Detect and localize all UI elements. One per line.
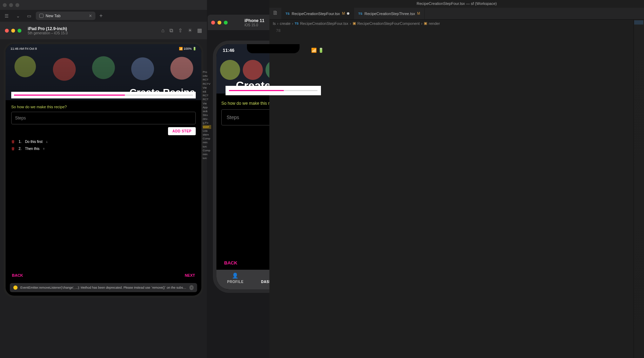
tab-profile[interactable]: 👤PROFILE	[216, 270, 254, 289]
new-tab-button[interactable]: +	[98, 13, 105, 19]
step-number: 1.	[19, 140, 21, 144]
arrow-up-icon[interactable]: ↑	[43, 147, 45, 151]
trash-icon[interactable]: 🗑	[11, 139, 15, 144]
method-icon: ▣	[424, 21, 427, 26]
ipad-status-bar: 11:46 AM Fri Oct 8 📶 100% 🔋	[6, 46, 201, 52]
share-icon[interactable]: ⇧	[178, 27, 183, 34]
line-gutter: 78	[269, 27, 283, 34]
status-time: 11:46 AM Fri Oct 8	[11, 47, 37, 50]
window-traffic-lights[interactable]	[3, 3, 19, 7]
editor[interactable]: 78	[269, 27, 644, 34]
traffic-lights[interactable]	[5, 29, 21, 33]
close-tab-icon[interactable]: ×	[89, 13, 92, 19]
warning-dot-icon	[13, 285, 18, 290]
safari-titlebar	[0, 0, 207, 10]
vscode-window: RecipeCreationStepFour.tsx — sf (Workspa…	[269, 0, 644, 358]
next-button[interactable]: NEXT	[185, 273, 195, 277]
dirty-dot-icon	[347, 12, 349, 15]
back-button[interactable]: BACK	[224, 260, 237, 266]
browser-tab[interactable]: New Tab ×	[36, 12, 95, 20]
ipad-simulator-frame: 11:46 AM Fri Oct 8 📶 100% 🔋 Create Recip…	[4, 42, 203, 298]
status-time: 11:46	[223, 48, 234, 53]
progress-fill	[229, 90, 284, 91]
home-icon[interactable]: ⌂	[161, 27, 165, 34]
device-sub: 5th generation – iOS 15.0	[28, 31, 161, 35]
screenshot-icon[interactable]: ⧉	[169, 27, 173, 34]
add-step-button[interactable]: ADD STEP	[168, 127, 196, 135]
ts-icon: TS	[286, 12, 290, 15]
toast-text: EventEmitter.removeListener('change', ..…	[20, 286, 187, 289]
git-modified-badge: M	[417, 12, 420, 15]
ts-icon: TS	[295, 22, 299, 25]
responsive-device-bar: iPad Pro (12.9-inch) 5th generation – iO…	[0, 22, 207, 39]
progress-container	[226, 86, 321, 95]
footer-nav: BACK NEXT	[6, 270, 201, 281]
vscode-title: RecipeCreationStepFour.tsx — sf (Workspa…	[269, 0, 644, 8]
traffic-lights[interactable]	[211, 21, 228, 25]
class-icon: ▣	[353, 21, 356, 26]
safari-toolbar: ☰ ⌄ ▭ New Tab × +	[0, 10, 207, 22]
status-icons: 📶 🔋	[311, 48, 324, 53]
tab-label: RecipeCreationStepFour.tsx	[292, 12, 340, 16]
tab-label: New Tab	[46, 14, 61, 18]
minimap[interactable]	[633, 20, 644, 358]
tab-overview-icon[interactable]: ▭	[25, 12, 34, 20]
editor-tab[interactable]: TS RecipeCreationStepFour.tsx M	[281, 8, 354, 19]
globe-icon	[39, 14, 43, 18]
grid-icon[interactable]: ▦	[197, 27, 202, 34]
tab-label: RecipeCreationStepThree.tsx	[364, 12, 415, 16]
device-name: iPad Pro (12.9-inch)	[28, 26, 161, 31]
editor-tab[interactable]: TS RecipeCreationStepThree.tsx M	[354, 8, 424, 19]
git-modified-badge: M	[342, 12, 345, 15]
step-row: 🗑 2. Then this ↑	[11, 146, 196, 151]
warning-toast: EventEmitter.removeListener('change', ..…	[10, 283, 197, 292]
steps-input[interactable]: Steps	[11, 112, 196, 124]
appearance-icon[interactable]: ☀	[188, 27, 192, 34]
arrow-down-icon[interactable]: ↓	[46, 140, 48, 144]
step-text: Do this first	[25, 140, 42, 144]
trash-icon[interactable]: 🗑	[11, 146, 15, 151]
editor-tabs: 🗎 TS RecipeCreationStepFour.tsx M TS Rec…	[269, 8, 644, 20]
explorer-icon[interactable]: 🗎	[273, 10, 278, 16]
progress-container	[11, 92, 196, 98]
chevron-down-icon[interactable]: ⌄	[13, 12, 22, 20]
notch	[247, 44, 300, 53]
user-icon: 👤	[216, 273, 254, 279]
progress-fill	[14, 95, 125, 96]
step-number: 2.	[19, 147, 21, 151]
prompt-text: So how do we make this recipe?	[11, 105, 196, 109]
back-button[interactable]: BACK	[12, 273, 23, 277]
safari-window: ☰ ⌄ ▭ New Tab × + iPad Pro (12.9-inch) 5…	[0, 0, 207, 358]
step-text: Then this	[25, 147, 39, 151]
sidebar-toggle-icon[interactable]: ☰	[2, 12, 11, 20]
breadcrumb[interactable]: ls › create › TSRecipeCreationStepFour.t…	[269, 20, 644, 27]
close-icon[interactable]: ×	[189, 285, 194, 290]
status-battery: 📶 100% 🔋	[179, 47, 196, 50]
step-row: 🗑 1. Do this first ↓	[11, 139, 196, 144]
ts-icon: TS	[358, 12, 362, 15]
